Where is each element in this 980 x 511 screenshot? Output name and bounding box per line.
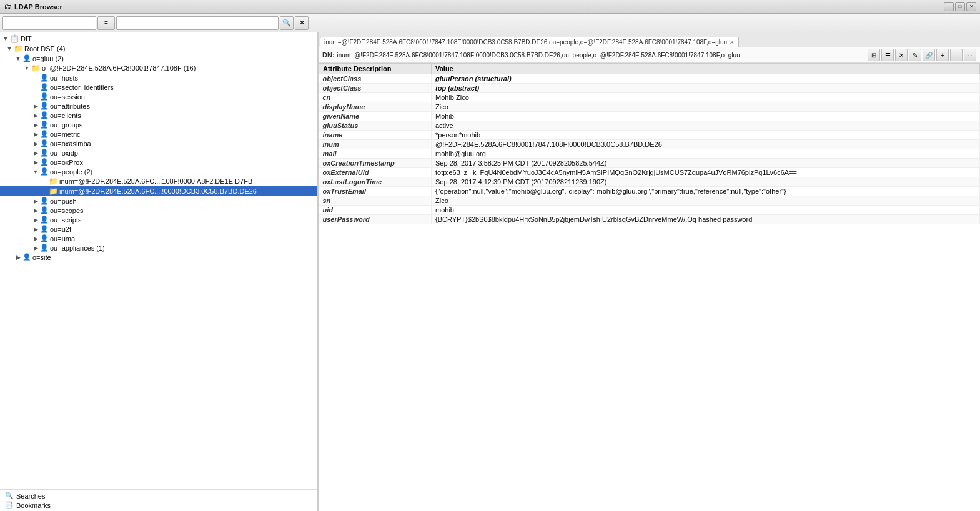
tree-toggle-ou-people[interactable]: ▼ <box>31 169 40 175</box>
tree-item-ou-scripts[interactable]: ▶👤ou=scripts <box>0 215 317 224</box>
tree-toggle-ou-appliances[interactable]: ▶ <box>31 245 40 251</box>
tree-item-ou-hosts[interactable]: 👤ou=hosts <box>0 73 317 82</box>
tree-item-ou-sector[interactable]: 👤ou=sector_identifiers <box>0 82 317 92</box>
tree-icon-ou-sector: 👤 <box>40 83 49 91</box>
table-row[interactable]: oxCreationTimestampSep 28, 2017 3:58:25 … <box>319 159 980 168</box>
tree-item-inum-a8f2[interactable]: 📁inum=@!F2DF.284E.528A.6FC....108F!0000!… <box>0 176 317 186</box>
table-row[interactable]: givenNameMohib <box>319 112 980 121</box>
tree-item-ou-oxasimba[interactable]: ▶👤ou=oxasimba <box>0 139 317 148</box>
equals-btn[interactable]: = <box>97 16 115 30</box>
tree-item-ou-session[interactable]: 👤ou=session <box>0 92 317 101</box>
tree-item-o-site[interactable]: ▶👤o=site <box>0 252 317 262</box>
table-row[interactable]: inum@!F2DF.284E.528A.6FC8!0001!7847.108F… <box>319 140 980 149</box>
table-row[interactable]: objectClasstop (abstract) <box>319 84 980 93</box>
tree-toggle-ou-oxidp[interactable]: ▶ <box>31 150 40 156</box>
attr-name-cell: oxExternalUid <box>319 168 432 177</box>
table-row[interactable]: oxLastLogonTimeSep 28, 2017 4:12:39 PM C… <box>319 177 980 187</box>
attr-value-cell: mohib@gluu.org <box>432 149 980 159</box>
search-button[interactable]: 🔍 <box>280 16 294 30</box>
table-row[interactable]: userPassword{BCRYPT}$2bS0$8bkldpu4HrxSoN… <box>319 215 980 224</box>
restore-button[interactable]: □ <box>955 2 965 11</box>
tree-item-ou-scopes[interactable]: ▶👤ou=scopes <box>0 206 317 215</box>
table-row[interactable]: mailmohib@gluu.org <box>319 149 980 159</box>
tab-close-button[interactable]: ✕ <box>730 39 735 46</box>
tree-toggle-ou-oxasimba[interactable]: ▶ <box>31 141 40 147</box>
tree-toggle-ou-push[interactable]: ▶ <box>31 198 40 204</box>
tree-toggle-root-dse[interactable]: ▼ <box>5 46 14 52</box>
tree-item-o-gluu[interactable]: ▼👤o=gluu (2) <box>0 54 317 63</box>
tree-item-ou-people[interactable]: ▼👤ou=people (2) <box>0 167 317 176</box>
tree-toggle-ou-scripts[interactable]: ▶ <box>31 217 40 223</box>
tree-toggle-ou-u2f[interactable]: ▶ <box>31 226 40 232</box>
table-row[interactable]: objectClassgluuPerson (structural) <box>319 74 980 84</box>
table-row[interactable]: displayNameZico <box>319 102 980 112</box>
minimize-button[interactable]: — <box>944 2 954 11</box>
tree-item-o-if2df[interactable]: ▼📁o=@!F2DF.284E.528A.6FC8!0001!7847.108F… <box>0 63 317 73</box>
tree-toggle-o-site[interactable]: ▶ <box>14 254 22 260</box>
attr-name-cell: iname <box>319 131 432 140</box>
table-row[interactable]: gluuStatusactive <box>319 121 980 131</box>
tree-label-ou-metric: ou=metric <box>50 131 81 138</box>
root-icon: 📋 <box>10 34 19 43</box>
tree-icon-ou-hosts: 👤 <box>40 74 49 82</box>
tab-label: inum=@!F2DF.284E.528A.6FC8!0001!7847.108… <box>324 39 727 46</box>
tree-bottom-bookmarks[interactable]: 📑Bookmarks <box>2 500 315 510</box>
tree-toggle-ou-uma[interactable]: ▶ <box>31 236 40 242</box>
edit-entry-button[interactable]: ✎ <box>909 49 921 61</box>
expand-button[interactable]: ↔ <box>964 49 976 61</box>
tree-item-inum-dcb3[interactable]: 📁inum=@!F2DF.284E.528A.6FC....!0000!DCB3… <box>0 186 317 196</box>
delete-entry-button[interactable]: ✕ <box>895 49 908 61</box>
tree-bottom-searches[interactable]: 🔍Searches <box>2 491 315 500</box>
tree-toggle-ou-attributes[interactable]: ▶ <box>31 103 40 109</box>
tree-item-root-dse[interactable]: ▼📁Root DSE (4) <box>0 44 317 54</box>
tree-toggle-ou-groups[interactable]: ▶ <box>31 122 40 128</box>
tree-toggle-ou-oxprox[interactable]: ▶ <box>31 159 40 166</box>
tree-item-ou-oxprox[interactable]: ▶👤ou=oxProx <box>0 157 317 167</box>
table-row[interactable]: cnMohib Zico <box>319 93 980 102</box>
attribute-table[interactable]: Attribute Description Value objectClassg… <box>319 63 980 511</box>
add-attr-button[interactable]: + <box>936 49 949 61</box>
table-row[interactable]: snZico <box>319 196 980 206</box>
tree-item-ou-oxidp[interactable]: ▶👤ou=oxidp <box>0 148 317 157</box>
table-row[interactable]: oxTrustEmail{"operation":null,"value":"m… <box>319 187 980 196</box>
attr-name-cell: objectClass <box>319 84 432 93</box>
tree-item-ou-uma[interactable]: ▶👤ou=uma <box>0 234 317 243</box>
tree-pane[interactable]: ▼ 📋 DIT ▼📁Root DSE (4)▼👤o=gluu (2)▼📁o=@!… <box>0 32 317 489</box>
tree-toggle-ou-clients[interactable]: ▶ <box>31 112 40 119</box>
dn-label: DN: <box>322 51 335 59</box>
tree-label-ou-oxidp: ou=oxidp <box>50 149 78 157</box>
filter-input[interactable] <box>116 16 279 30</box>
tree-item-ou-attributes[interactable]: ▶👤ou=attributes <box>0 101 317 111</box>
tree-toggle-o-gluu[interactable]: ▼ <box>14 56 22 62</box>
root-label: DIT <box>21 35 32 42</box>
tree-toggle-o-if2df[interactable]: ▼ <box>22 65 31 71</box>
tree-root[interactable]: ▼ 📋 DIT <box>0 34 317 44</box>
remove-attr-button[interactable]: — <box>950 49 963 61</box>
tree-toggle-ou-metric[interactable]: ▶ <box>31 131 40 137</box>
tree-toggle-ou-scopes[interactable]: ▶ <box>31 207 40 214</box>
tree-icon-o-site: 👤 <box>22 253 31 261</box>
attr-value-cell: *person*mohib <box>432 131 980 140</box>
left-panel: ▼ 📋 DIT ▼📁Root DSE (4)▼👤o=gluu (2)▼📁o=@!… <box>0 32 319 511</box>
close-button[interactable]: ✕ <box>966 2 976 11</box>
format-button[interactable]: ☰ <box>881 49 894 61</box>
root-toggle[interactable]: ▼ <box>1 36 10 42</box>
tree-item-ou-push[interactable]: ▶👤ou=push <box>0 196 317 206</box>
tree-item-ou-appliances[interactable]: ▶👤ou=appliances (1) <box>0 243 317 252</box>
table-row[interactable]: iname*person*mohib <box>319 131 980 140</box>
clear-button[interactable]: ✕ <box>295 16 309 30</box>
copy-dn-button[interactable]: ⊞ <box>868 49 880 61</box>
tree-item-ou-clients[interactable]: ▶👤ou=clients <box>0 111 317 120</box>
link-button[interactable]: 🔗 <box>923 49 935 61</box>
search-input[interactable] <box>2 16 96 30</box>
tree-item-ou-u2f[interactable]: ▶👤ou=u2f <box>0 224 317 234</box>
table-row[interactable]: uidmohib <box>319 206 980 215</box>
attr-value-cell: Sep 28, 2017 3:58:25 PM CDT (20170928205… <box>432 159 980 168</box>
tree-item-ou-groups[interactable]: ▶👤ou=groups <box>0 120 317 129</box>
attr-value-cell: Mohib <box>432 112 980 121</box>
tree-icon-o-if2df: 📁 <box>31 64 41 72</box>
tree-icon-ou-oxasimba: 👤 <box>40 139 49 147</box>
tree-item-ou-metric[interactable]: ▶👤ou=metric <box>0 129 317 139</box>
active-tab[interactable]: inum=@!F2DF.284E.528A.6FC8!0001!7847.108… <box>320 37 739 47</box>
table-row[interactable]: oxExternalUidtotp:e63_zl_k_FqU4N0ebdMYuo… <box>319 168 980 177</box>
